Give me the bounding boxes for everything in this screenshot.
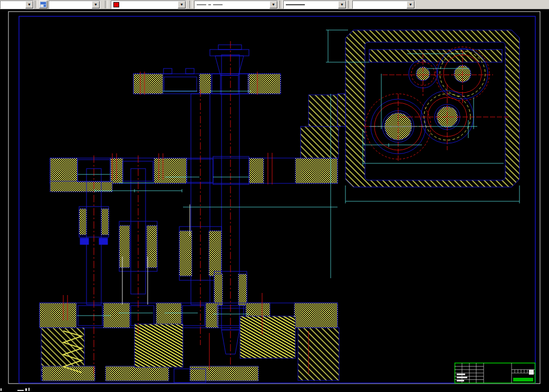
- text-style-dropdown[interactable]: ▼: [49, 1, 100, 9]
- signature-scribble: [457, 377, 467, 378]
- main-section-view: [40, 45, 339, 383]
- cad-application-window: ▼ ▼ ▼ ▼: [0, 0, 549, 392]
- color-dropdown[interactable]: ▼: [111, 1, 186, 9]
- signature-scribble: [457, 374, 465, 375]
- layer-dropdown[interactable]: ▼: [0, 1, 34, 9]
- organization-bar: [513, 378, 533, 381]
- chevron-down-icon[interactable]: ▼: [25, 1, 33, 8]
- linetype-dropdown[interactable]: ▼: [194, 1, 278, 9]
- text-style-icon-button[interactable]: [39, 1, 47, 8]
- chevron-down-icon[interactable]: ▼: [269, 1, 277, 8]
- chevron-down-icon[interactable]: ▼: [178, 1, 186, 8]
- chevron-down-icon[interactable]: ▼: [338, 1, 346, 8]
- chevron-down-icon[interactable]: ▼: [92, 1, 100, 8]
- plotstyle-dropdown[interactable]: ▼: [352, 1, 415, 9]
- status-text-fragment: [1, 388, 37, 392]
- chevron-down-icon[interactable]: ▼: [407, 1, 415, 8]
- object-properties-toolbar: ▼ ▼ ▼ ▼: [0, 0, 549, 9]
- spring-washer-stack: [134, 324, 183, 367]
- lineweight-glyph-icon: [286, 3, 305, 7]
- title-block: [455, 363, 535, 383]
- linetype-glyph-icon: [197, 3, 224, 7]
- toolbar-separator: [189, 1, 192, 8]
- signature-scribble: [457, 380, 464, 381]
- spring-washer-stack: [240, 316, 295, 358]
- toolbar-separator: [280, 1, 283, 8]
- text-style-icon: [40, 2, 46, 7]
- toolbar-separator: [105, 1, 108, 8]
- color-swatch-red: [113, 2, 119, 7]
- lineweight-dropdown[interactable]: ▼: [283, 1, 346, 9]
- toolbar-separator: [35, 1, 38, 8]
- drawing-canvas[interactable]: [0, 9, 549, 392]
- title-block-cell: [529, 370, 534, 375]
- toolbar-separator: [348, 1, 351, 8]
- spindle-tool-holder: [210, 45, 249, 94]
